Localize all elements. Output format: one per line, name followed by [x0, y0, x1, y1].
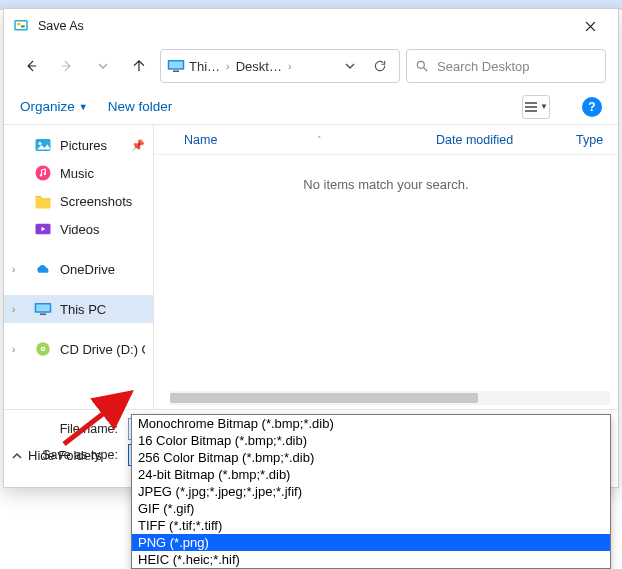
filetype-option[interactable]: GIF (*.gif)	[132, 500, 610, 517]
svg-rect-3	[21, 25, 25, 27]
svg-point-10	[36, 166, 51, 181]
hide-folders-label: Hide Folders	[28, 448, 102, 463]
arrow-left-icon	[24, 59, 38, 73]
refresh-icon	[373, 59, 387, 73]
help-icon: ?	[588, 100, 595, 114]
filetype-option[interactable]: 24-bit Bitmap (*.bmp;*.dib)	[132, 466, 610, 483]
svg-rect-6	[173, 71, 179, 73]
sidebar-item-music[interactable]: Music	[4, 159, 153, 187]
chevron-down-icon	[98, 61, 108, 71]
column-label: Name	[184, 133, 217, 147]
column-name[interactable]: Name ˄	[154, 133, 436, 147]
sidebar-item-pictures[interactable]: Pictures 📌	[4, 131, 153, 159]
crumb-thispc[interactable]: Thi…	[189, 59, 220, 74]
column-label: Date modified	[436, 133, 513, 147]
pc-icon	[167, 59, 185, 73]
sidebar-item-label: Music	[60, 166, 94, 181]
disc-icon	[34, 340, 52, 358]
forward-button[interactable]	[52, 51, 82, 81]
list-view-icon	[524, 101, 538, 113]
sidebar-item-thispc[interactable]: › This PC	[4, 295, 153, 323]
expand-icon[interactable]: ›	[12, 344, 15, 355]
sidebar-item-onedrive[interactable]: › OneDrive	[4, 255, 153, 283]
filetype-option[interactable]: TIFF (*.tif;*.tiff)	[132, 517, 610, 534]
dialog-title: Save As	[38, 19, 570, 33]
caret-down-icon: ▼	[79, 102, 88, 112]
file-list-area: Name ˄ Date modified Type No items match…	[154, 125, 618, 409]
view-options-button[interactable]: ▼	[522, 95, 550, 119]
sort-indicator-icon: ˄	[317, 135, 322, 145]
svg-rect-16	[40, 314, 46, 316]
search-placeholder: Search Desktop	[437, 59, 530, 74]
filetype-option-selected[interactable]: PNG (*.png)	[132, 534, 610, 551]
arrow-up-icon	[132, 59, 146, 73]
filetype-option[interactable]: 16 Color Bitmap (*.bmp;*.dib)	[132, 432, 610, 449]
filetype-option[interactable]: JPEG (*.jpg;*.jpeg;*.jpe;*.jfif)	[132, 483, 610, 500]
column-date[interactable]: Date modified	[436, 133, 576, 147]
filetype-dropdown-list[interactable]: Monochrome Bitmap (*.bmp;*.dib) 16 Color…	[131, 414, 611, 569]
column-headers: Name ˄ Date modified Type	[154, 125, 618, 155]
sidebar-item-label: This PC	[60, 302, 106, 317]
chevron-right-icon: ›	[286, 60, 294, 72]
column-type[interactable]: Type	[576, 133, 618, 147]
new-folder-button[interactable]: New folder	[108, 99, 173, 114]
filetype-option[interactable]: Monochrome Bitmap (*.bmp;*.dib)	[132, 415, 610, 432]
svg-rect-5	[169, 62, 183, 69]
expand-icon[interactable]: ›	[12, 264, 15, 275]
hide-folders-toggle[interactable]: Hide Folders	[12, 448, 102, 463]
svg-point-19	[42, 348, 44, 350]
sidebar-item-label: CD Drive (D:) CCO	[60, 342, 145, 357]
sidebar-item-cddrive[interactable]: › CD Drive (D:) CCO	[4, 335, 153, 363]
caret-down-icon: ▼	[540, 102, 548, 111]
svg-point-7	[417, 61, 424, 68]
column-label: Type	[576, 133, 603, 147]
pc-icon	[34, 300, 52, 318]
search-input[interactable]: Search Desktop	[406, 49, 606, 83]
chevron-up-icon	[12, 451, 22, 461]
filename-label: File name:	[14, 422, 122, 436]
sidebar-item-label: Screenshots	[60, 194, 132, 209]
chevron-right-icon: ›	[224, 60, 232, 72]
refresh-button[interactable]	[367, 53, 393, 79]
svg-point-12	[44, 173, 46, 175]
videos-icon	[34, 220, 52, 238]
expand-icon[interactable]: ›	[12, 304, 15, 315]
arrow-right-icon	[60, 59, 74, 73]
scroll-thumb[interactable]	[170, 393, 478, 403]
sidebar-item-label: Pictures	[60, 138, 107, 153]
newfolder-label: New folder	[108, 99, 173, 114]
pictures-icon	[34, 136, 52, 154]
svg-point-9	[39, 142, 42, 145]
filetype-option[interactable]: HEIC (*.heic;*.hif)	[132, 551, 610, 568]
horizontal-scrollbar[interactable]	[170, 391, 610, 405]
recent-button[interactable]	[88, 51, 118, 81]
sidebar-item-videos[interactable]: Videos	[4, 215, 153, 243]
sidebar-item-label: Videos	[60, 222, 100, 237]
nav-bar: Thi… › Deskt… › Search Desktop	[4, 43, 618, 89]
svg-rect-15	[36, 305, 50, 312]
body: Pictures 📌 Music Screenshots Videos	[4, 125, 618, 409]
help-button[interactable]: ?	[582, 97, 602, 117]
address-dropdown[interactable]	[337, 53, 363, 79]
onedrive-icon	[34, 260, 52, 278]
sidebar-item-label: OneDrive	[60, 262, 115, 277]
toolbar: Organize▼ New folder ▼ ?	[4, 89, 618, 125]
titlebar: Save As	[4, 9, 618, 43]
sidebar: Pictures 📌 Music Screenshots Videos	[4, 125, 154, 409]
up-button[interactable]	[124, 51, 154, 81]
pin-icon: 📌	[131, 139, 145, 152]
folder-icon	[34, 192, 52, 210]
close-icon	[585, 21, 596, 32]
back-button[interactable]	[16, 51, 46, 81]
screen: Save As Thi… › Deskt… › S	[0, 0, 622, 569]
filetype-option[interactable]: 256 Color Bitmap (*.bmp;*.dib)	[132, 449, 610, 466]
sidebar-item-screenshots[interactable]: Screenshots	[4, 187, 153, 215]
crumb-desktop[interactable]: Deskt…	[236, 59, 282, 74]
close-button[interactable]	[570, 11, 610, 41]
music-icon	[34, 164, 52, 182]
organize-menu[interactable]: Organize▼	[20, 99, 88, 114]
search-icon	[415, 59, 429, 73]
organize-label: Organize	[20, 99, 75, 114]
svg-rect-2	[17, 23, 20, 25]
address-bar[interactable]: Thi… › Deskt… ›	[160, 49, 400, 83]
